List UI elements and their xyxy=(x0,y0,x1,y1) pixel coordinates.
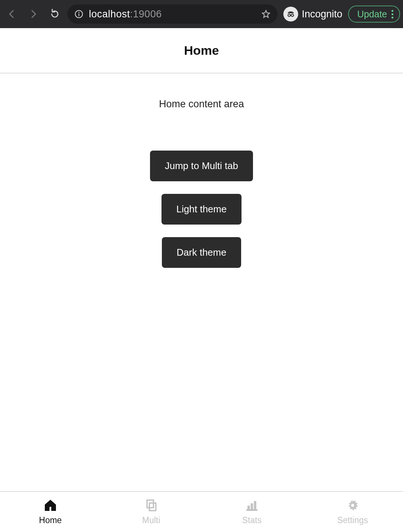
arrow-left-icon xyxy=(7,9,17,19)
tab-label: Home xyxy=(39,515,61,525)
svg-rect-9 xyxy=(251,504,253,509)
url-port: :19006 xyxy=(130,9,162,20)
svg-rect-7 xyxy=(149,503,156,511)
svg-rect-2 xyxy=(79,14,79,16)
arrow-right-icon xyxy=(28,9,39,19)
url-host: localhost xyxy=(89,9,130,20)
page-title: Home xyxy=(0,28,403,73)
reload-button[interactable] xyxy=(46,5,64,23)
light-theme-button[interactable]: Light theme xyxy=(161,194,242,225)
incognito-indicator: Incognito xyxy=(281,7,345,21)
svg-point-4 xyxy=(291,14,294,17)
tab-multi[interactable]: Multi xyxy=(101,492,202,532)
gear-icon xyxy=(346,498,360,512)
svg-point-3 xyxy=(288,14,290,17)
tab-label: Stats xyxy=(242,515,262,525)
tab-stats[interactable]: Stats xyxy=(202,492,302,532)
incognito-label: Incognito xyxy=(302,9,343,20)
tab-label: Multi xyxy=(142,515,160,525)
incognito-icon xyxy=(283,7,298,21)
back-button[interactable] xyxy=(3,5,21,23)
reload-icon xyxy=(50,9,60,19)
app-root: Home Home content area Jump to Multi tab… xyxy=(0,28,403,532)
home-icon xyxy=(43,498,57,512)
forward-button[interactable] xyxy=(24,5,42,23)
jump-to-multi-button[interactable]: Jump to Multi tab xyxy=(150,151,253,181)
content-text: Home content area xyxy=(159,98,244,110)
svg-rect-10 xyxy=(254,501,256,509)
info-icon xyxy=(74,9,84,19)
more-dots-icon xyxy=(392,10,393,18)
bar-chart-icon xyxy=(245,498,259,512)
url-text: localhost:19006 xyxy=(89,9,162,20)
browser-chrome: localhost:19006 Incognito Update xyxy=(0,0,403,28)
tab-settings[interactable]: Settings xyxy=(302,492,403,532)
content-area: Home content area Jump to Multi tab Ligh… xyxy=(0,73,403,491)
svg-rect-11 xyxy=(247,509,257,511)
svg-point-13 xyxy=(351,504,354,507)
svg-rect-6 xyxy=(147,500,153,508)
bottom-nav: Home Multi Stats Settings xyxy=(0,491,403,532)
svg-point-1 xyxy=(78,12,79,13)
update-button[interactable]: Update xyxy=(348,6,400,23)
update-label: Update xyxy=(357,9,387,20)
star-icon[interactable] xyxy=(261,9,271,19)
svg-rect-8 xyxy=(248,506,250,510)
tab-home[interactable]: Home xyxy=(0,492,101,532)
dark-theme-button[interactable]: Dark theme xyxy=(162,237,241,268)
copy-icon xyxy=(144,498,158,512)
address-bar[interactable]: localhost:19006 xyxy=(67,4,277,24)
tab-label: Settings xyxy=(337,515,368,525)
